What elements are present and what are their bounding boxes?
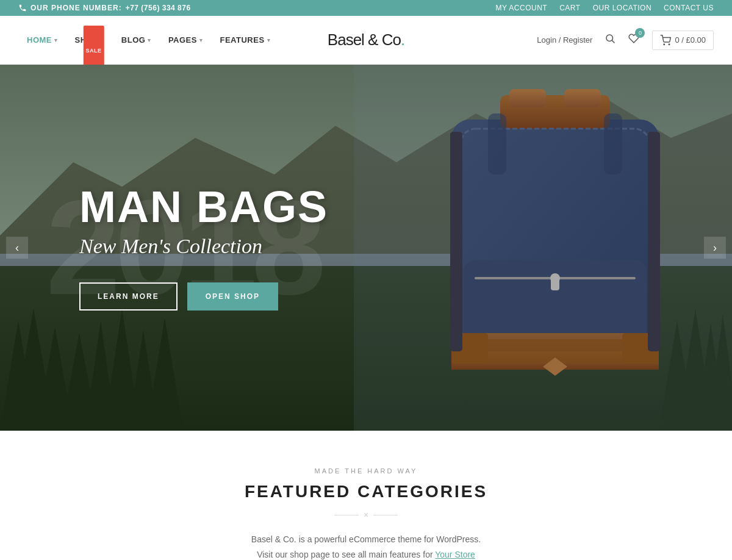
svg-rect-38 [648, 132, 660, 351]
chevron-down-icon: ▾ [199, 16, 203, 65]
featured-description: Basel & Co. is a powerful eCommerce them… [214, 532, 518, 560]
featured-section: MADE THE HARD WAY FEATURED CATEGORIES × … [0, 431, 732, 560]
featured-divider: × [18, 510, 714, 520]
wishlist-icon[interactable]: 0 [628, 33, 640, 47]
nav-right: Login / Register 0 0 / £0.00 [537, 31, 714, 50]
our-location-link[interactable]: OUR LOCATION [593, 4, 651, 12]
svg-rect-36 [604, 113, 622, 174]
phone-label: OUR PHONE NUMBER: [30, 4, 122, 12]
cart-total: 0 / £0.00 [675, 35, 706, 45]
hero-bag [378, 65, 732, 431]
svg-rect-39 [551, 275, 559, 290]
search-icon[interactable] [605, 33, 615, 47]
nav-item-shop[interactable]: SALE SHOP ▾ [66, 16, 113, 65]
nav-item-features[interactable]: FEATURES ▾ [211, 16, 279, 65]
top-bar-right: MY ACCOUNT CART OUR LOCATION CONTACT US [495, 4, 714, 12]
svg-rect-35 [488, 113, 506, 174]
open-shop-button[interactable]: OPEN SHOP [187, 282, 278, 311]
phone-number[interactable]: +77 (756) 334 876 [126, 4, 191, 12]
cart-link[interactable]: CART [559, 4, 580, 12]
my-account-link[interactable]: MY ACCOUNT [495, 4, 547, 12]
nav-item-home[interactable]: HOME ▾ [18, 16, 66, 65]
main-nav: HOME ▾ SALE SHOP ▾ BLOG ▾ PAGES ▾ FEATUR… [0, 16, 732, 65]
nav-item-pages[interactable]: PAGES ▾ [160, 16, 212, 65]
wishlist-count-badge: 0 [635, 28, 645, 38]
hero-slider: 2018 [0, 65, 732, 431]
site-logo[interactable]: Basel & Co. [328, 31, 404, 49]
featured-eyebrow: MADE THE HARD WAY [18, 467, 714, 475]
featured-title: FEATURED CATEGORIES [18, 482, 714, 501]
nav-links: HOME ▾ SALE SHOP ▾ BLOG ▾ PAGES ▾ FEATUR… [18, 16, 537, 65]
svg-point-2 [664, 44, 665, 45]
backpack-illustration [403, 71, 708, 425]
hero-subtitle: New Men's Collection [79, 235, 328, 258]
contact-us-link[interactable]: CONTACT US [664, 4, 714, 12]
chevron-down-icon: ▾ [54, 16, 58, 65]
svg-rect-24 [564, 89, 601, 107]
learn-more-button[interactable]: LEARN MORE [79, 282, 178, 311]
slider-prev-button[interactable]: ‹ [6, 237, 28, 259]
chevron-down-icon: ▾ [267, 16, 271, 65]
svg-rect-37 [450, 132, 462, 351]
top-bar-left: OUR PHONE NUMBER: +77 (756) 334 876 [18, 4, 191, 12]
phone-icon [18, 4, 27, 12]
cart-button[interactable]: 0 / £0.00 [652, 31, 714, 50]
svg-point-3 [669, 44, 670, 45]
chevron-down-icon: ▾ [148, 16, 151, 65]
svg-line-1 [612, 40, 615, 43]
svg-point-0 [606, 35, 613, 41]
your-store-link[interactable]: Your Store [435, 550, 475, 559]
logo-dot: . [401, 31, 404, 49]
hero-title: MAN BAGS [79, 185, 328, 229]
slider-next-button[interactable]: › [704, 237, 726, 259]
login-register-link[interactable]: Login / Register [537, 35, 592, 45]
svg-rect-23 [509, 89, 546, 107]
hero-content: MAN BAGS New Men's Collection LEARN MORE… [79, 185, 328, 311]
nav-item-blog[interactable]: BLOG ▾ [113, 16, 160, 65]
top-bar: OUR PHONE NUMBER: +77 (756) 334 876 MY A… [0, 0, 732, 16]
hero-buttons: LEARN MORE OPEN SHOP [79, 282, 328, 311]
